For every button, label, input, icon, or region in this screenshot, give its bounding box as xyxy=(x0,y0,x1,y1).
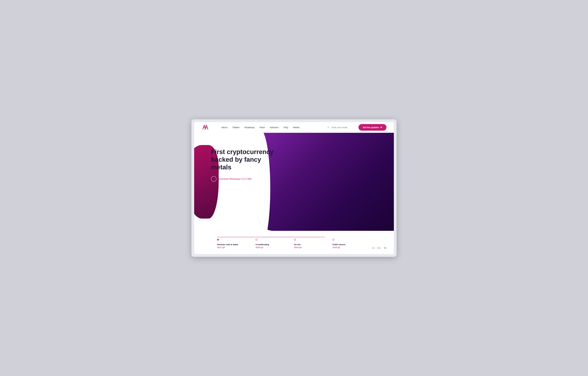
hero-title: First cryptocurrency backed by fancy met… xyxy=(211,148,275,171)
email-input[interactable] xyxy=(332,126,356,129)
timeline-label-1: Develop code & wallet xyxy=(217,243,256,246)
timeline-dot-2 xyxy=(256,239,257,241)
timeline-item: Develop code & wallet 2017 Q4 xyxy=(217,239,256,248)
timeline-item: Go live 2018 Q4 xyxy=(294,239,332,248)
get-updates-button[interactable]: Get the updates ✈ xyxy=(358,124,387,131)
hero-content: First cryptocurrency backed by fancy met… xyxy=(211,148,275,182)
timeline-date-1: 2017 Q4 xyxy=(217,246,256,248)
logo[interactable] xyxy=(201,124,209,131)
paper-plane-icon: ✈ xyxy=(380,126,382,129)
browser-frame: About Tokken Roadmap Team Advisers FAQ M… xyxy=(191,119,397,257)
email-social-icon[interactable]: ✉ xyxy=(384,247,386,250)
nav-item-faq[interactable]: FAQ xyxy=(284,126,288,129)
timeline-dot-3 xyxy=(294,239,296,241)
nav-item-about[interactable]: About xyxy=(221,126,227,129)
timeline-progress-line xyxy=(217,237,325,237)
timeline-date-4: 2019 Q2 xyxy=(332,246,371,248)
download-icon: ↓ xyxy=(211,176,217,182)
timeline-label-3: Go live xyxy=(294,243,332,246)
linkedin-icon[interactable]: in xyxy=(372,247,375,250)
nav-item-roadmap[interactable]: Roadmap xyxy=(244,126,254,129)
timeline-label-2: Crowdfunding xyxy=(256,243,294,246)
hero-section: First cryptocurrency backed by fancy met… xyxy=(194,133,394,231)
timeline-dot-1 xyxy=(217,239,219,241)
footer-social: in G+ ✉ xyxy=(372,247,386,250)
nav-links: About Tokken Roadmap Team Advisers FAQ M… xyxy=(221,126,327,129)
timeline-item: Public launch 2019 Q2 xyxy=(332,239,371,248)
timeline-date-3: 2018 Q4 xyxy=(294,246,332,248)
nav-right: ✈ Get the updates ✈ xyxy=(327,124,387,131)
nav-item-advisers[interactable]: Advisers xyxy=(270,126,279,129)
timeline-date-2: 2018 Q3 xyxy=(256,246,294,248)
download-whitepaper-link[interactable]: ↓ Download Whitepaper (12.5 MB) xyxy=(211,176,275,182)
page-wrapper: About Tokken Roadmap Team Advisers FAQ M… xyxy=(194,122,394,254)
google-plus-icon[interactable]: G+ xyxy=(377,247,381,250)
timeline-dot-4 xyxy=(332,239,334,241)
nav-item-tokken[interactable]: Tokken xyxy=(232,126,240,129)
navbar: About Tokken Roadmap Team Advisers FAQ M… xyxy=(194,122,394,133)
timeline-label-4: Public launch xyxy=(332,243,371,246)
email-envelope-icon: ✈ xyxy=(327,126,330,129)
timeline-item: Crowdfunding 2018 Q3 xyxy=(256,239,294,248)
timeline-track: Develop code & wallet 2017 Q4 Crowdfundi… xyxy=(217,236,371,248)
timeline-section: Develop code & wallet 2017 Q4 Crowdfundi… xyxy=(194,231,394,254)
email-area: ✈ xyxy=(327,126,356,129)
nav-item-media[interactable]: Media xyxy=(293,126,299,129)
nav-item-team[interactable]: Team xyxy=(259,126,265,129)
